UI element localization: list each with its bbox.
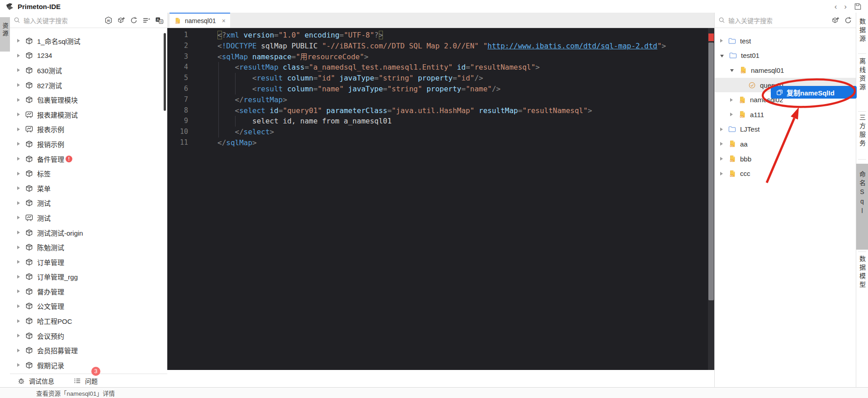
chevron-down-icon[interactable] xyxy=(730,69,734,72)
tree-item[interactable]: 827测试 xyxy=(10,78,167,93)
left-panel-scrollbar[interactable] xyxy=(164,33,166,111)
bottom-tab-problems[interactable]: 问题 xyxy=(73,376,98,385)
chevron-right-icon[interactable] xyxy=(17,186,20,190)
tree-item-ccc[interactable]: SQLccc xyxy=(715,166,856,181)
tree-item[interactable]: 会议预约 xyxy=(10,328,167,343)
sort-icon[interactable] xyxy=(142,16,151,24)
code-editor[interactable]: 1<?xml version="1.0" encoding="UTF-8"?>2… xyxy=(167,28,714,370)
chevron-right-icon[interactable] xyxy=(17,216,20,219)
chevron-right-icon[interactable] xyxy=(720,142,723,146)
chevron-right-icon[interactable] xyxy=(730,98,733,102)
code-line[interactable]: 3<sqlMap namespace="用resourceCode"> xyxy=(167,52,714,62)
refresh-icon[interactable] xyxy=(130,16,138,24)
search-input[interactable]: 输入关键字搜索 xyxy=(24,16,68,25)
copy-namesqlid-tooltip[interactable]: 复制nameSqlId xyxy=(771,86,857,99)
tree-item[interactable]: 菜单 xyxy=(10,181,167,196)
search-input[interactable]: 输入关键字搜索 xyxy=(728,16,773,25)
code-line[interactable]: 5 <result column="id" javaType="string" … xyxy=(167,73,714,84)
chevron-right-icon[interactable] xyxy=(17,128,20,131)
strip-tab-resources[interactable]: 资源 xyxy=(0,17,10,52)
tree-item[interactable]: 标签 xyxy=(10,166,167,181)
strip-tab-离线资源[interactable]: 离线资源 xyxy=(856,58,868,92)
chevron-right-icon[interactable] xyxy=(17,275,20,279)
code-line[interactable]: 9 select id, name from a_namesql01 xyxy=(167,116,714,127)
code-line[interactable]: 1<?xml version="1.0" encoding="UTF-8"?> xyxy=(167,30,714,41)
chevron-right-icon[interactable] xyxy=(17,289,20,293)
tree-item[interactable]: 督办管理 xyxy=(10,284,167,299)
chevron-right-icon[interactable] xyxy=(17,246,20,249)
save-icon[interactable] xyxy=(854,3,862,10)
chevron-right-icon[interactable] xyxy=(17,83,20,87)
tree-item-a111[interactable]: SQLa111 xyxy=(715,107,856,122)
tree-item[interactable]: 报表建模测试 xyxy=(10,107,167,122)
chevron-right-icon[interactable] xyxy=(730,113,733,116)
tree-item[interactable]: 报表示例 xyxy=(10,122,167,137)
chevron-right-icon[interactable] xyxy=(17,334,20,337)
code-line[interactable]: 10 </select> xyxy=(167,127,714,137)
tree-item[interactable]: 会员招募管理 xyxy=(10,343,167,358)
tree-item-namesql01[interactable]: SQLnamesql01 xyxy=(715,63,856,78)
translate-icon[interactable]: A文 xyxy=(155,16,164,24)
strip-tab-数据模型[interactable]: 数据模型 xyxy=(856,256,868,290)
chevron-right-icon[interactable] xyxy=(720,128,723,131)
chevron-right-icon[interactable] xyxy=(17,142,20,146)
tree-item-bbb[interactable]: SQLbbb xyxy=(715,152,856,166)
chevron-right-icon[interactable] xyxy=(17,39,20,43)
chevron-right-icon[interactable] xyxy=(17,201,20,205)
tree-item[interactable]: 哈工程POC xyxy=(10,313,167,328)
refresh-icon[interactable] xyxy=(844,16,852,24)
chevron-right-icon[interactable] xyxy=(17,68,20,72)
chevron-right-icon[interactable] xyxy=(17,363,20,367)
tree-item-aa[interactable]: SQLaa xyxy=(715,137,856,152)
bottom-tab-debug-info[interactable]: 调试信息 xyxy=(17,376,54,385)
tree-item[interactable]: 陈勉测试 xyxy=(10,240,167,255)
back-chevron-icon[interactable]: ‹ xyxy=(835,3,837,10)
ai-icon[interactable]: AI xyxy=(104,16,113,24)
tree-item[interactable]: 假期记录 xyxy=(10,358,167,373)
cube-plus-icon[interactable] xyxy=(117,16,125,24)
tree-item[interactable]: 1234 xyxy=(10,48,167,63)
tree-item[interactable]: 测试 xyxy=(10,196,167,211)
tree-item-LJTest[interactable]: LJTest xyxy=(715,122,856,137)
chevron-right-icon[interactable] xyxy=(740,83,744,87)
tree-item[interactable]: 测试 xyxy=(10,210,167,225)
tree-item[interactable]: 备件管理! xyxy=(10,152,167,166)
code-line[interactable]: 7 </resultMap> xyxy=(167,95,714,105)
code-line[interactable]: 4 <resultMap class="a_namedsql_test.name… xyxy=(167,62,714,73)
strip-tab-数据源[interactable]: 数据源 xyxy=(856,18,868,44)
code-line[interactable]: 6 <result column="name" javaType="string… xyxy=(167,84,714,95)
chevron-right-icon[interactable] xyxy=(720,39,723,43)
code-line[interactable]: 11</sqlMap> xyxy=(167,137,714,148)
strip-tab-三方服务[interactable]: 三方服务 xyxy=(856,114,868,148)
cube-plus-icon[interactable] xyxy=(831,16,840,24)
code-line[interactable]: 8 <select id="query01" parameterClass="j… xyxy=(167,105,714,116)
editor-scrollbar-thumb[interactable] xyxy=(708,43,714,300)
chevron-right-icon[interactable] xyxy=(17,98,20,102)
editor-tab-namesql01[interactable]: SQL namesql01 × xyxy=(170,13,230,28)
chevron-right-icon[interactable] xyxy=(17,319,20,323)
chevron-right-icon[interactable] xyxy=(720,157,723,161)
tree-item-test[interactable]: test xyxy=(715,33,856,48)
strip-tab-命名Sql[interactable]: 命名Sql xyxy=(856,164,868,250)
tree-item[interactable]: 测试测试-origin xyxy=(10,225,167,240)
chevron-right-icon[interactable] xyxy=(17,260,20,264)
tree-item[interactable]: 1_命名sql测试 xyxy=(10,33,167,48)
forward-chevron-icon[interactable]: › xyxy=(844,3,847,10)
chevron-right-icon[interactable] xyxy=(17,157,20,161)
chevron-right-icon[interactable] xyxy=(17,231,20,234)
chevron-down-icon[interactable] xyxy=(720,55,724,57)
chevron-right-icon[interactable] xyxy=(17,113,20,116)
tree-item[interactable]: 订单管理 xyxy=(10,255,167,270)
chevron-right-icon[interactable] xyxy=(17,172,20,175)
close-tab-icon[interactable]: × xyxy=(222,17,226,24)
chevron-right-icon[interactable] xyxy=(720,172,723,175)
tree-item[interactable]: 包裹管理模块 xyxy=(10,92,167,107)
tree-item[interactable]: 报销示例 xyxy=(10,137,167,152)
tree-item[interactable]: 订单管理_rgg xyxy=(10,270,167,284)
chevron-right-icon[interactable] xyxy=(17,54,20,57)
tree-item[interactable]: 630测试 xyxy=(10,63,167,78)
chevron-right-icon[interactable] xyxy=(17,304,20,308)
tree-item[interactable]: 公文管理 xyxy=(10,299,167,314)
chevron-right-icon[interactable] xyxy=(17,349,20,352)
tree-item-test01[interactable]: test01 xyxy=(715,48,856,63)
